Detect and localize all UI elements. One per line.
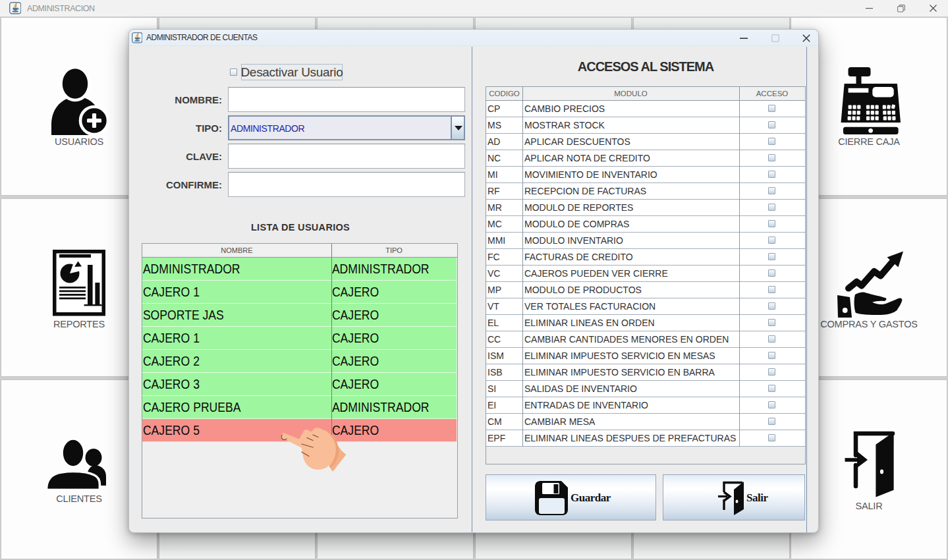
access-module-cell: MODULO INVENTARIO (524, 233, 623, 248)
access-checkbox[interactable] (768, 434, 775, 441)
main-titlebar: ADMINISTRACION (0, 0, 948, 16)
users-table-row[interactable]: CAJERO 1CAJERO (142, 327, 457, 350)
access-module-cell: ELIMINAR LINEAS DESPUES DE PREFACTURAS (524, 430, 736, 446)
access-checkbox[interactable] (768, 138, 775, 145)
access-code-cell: SI (488, 381, 496, 397)
access-checkbox[interactable] (768, 237, 775, 244)
access-checkbox[interactable] (768, 319, 775, 326)
column-separator (522, 298, 523, 315)
dialog-titlebar: ADMINISTRADOR DE CUENTAS (129, 30, 818, 46)
confirme-label: CONFIRME: (130, 179, 222, 190)
dialog-minimize-button[interactable] (731, 30, 757, 46)
access-module-cell: RECEPCION DE FACTURAS (524, 183, 646, 199)
access-checkbox[interactable] (768, 154, 775, 161)
access-code-cell: CC (488, 331, 501, 347)
users-table-row[interactable]: CAJERO 2CAJERO (142, 350, 457, 373)
column-separator (739, 282, 740, 298)
column-separator (739, 397, 740, 414)
access-checkbox[interactable] (768, 105, 775, 112)
user-nombre-cell: CAJERO 1 (142, 327, 309, 350)
users-table-row[interactable]: CAJERO 1CAJERO (142, 281, 457, 304)
access-module-cell: APLICAR NOTA DE CREDITO (524, 150, 650, 166)
main-minimize-button[interactable] (854, 0, 884, 16)
salir-button[interactable]: Salir (663, 474, 805, 520)
clave-input[interactable] (228, 144, 465, 169)
tipo-combobox[interactable]: ADMINISTRADOR (228, 115, 465, 140)
compras-gastos-icon (837, 248, 903, 318)
users-table-row[interactable]: CAJERO 3CAJERO (142, 373, 457, 396)
combobox-dropdown-arrow[interactable] (451, 117, 464, 139)
access-checkbox[interactable] (768, 269, 775, 277)
access-code-cell: CM (488, 414, 502, 430)
user-tipo-cell: CAJERO (331, 350, 441, 373)
access-checkbox[interactable] (768, 171, 775, 178)
column-separator (522, 364, 523, 381)
users-header-tipo: TIPO (331, 244, 457, 257)
column-separator (522, 233, 523, 249)
column-separator (522, 150, 523, 167)
access-checkbox[interactable] (768, 418, 775, 425)
access-checkbox[interactable] (768, 352, 775, 359)
desactivar-usuario-checkbox[interactable] (230, 69, 237, 76)
column-separator (739, 298, 740, 315)
column-separator (522, 266, 523, 282)
java-app-icon (9, 2, 22, 14)
dialog-maximize-button[interactable] (762, 30, 789, 46)
access-header-modulo: MODULO (522, 87, 739, 100)
access-checkbox[interactable] (768, 220, 775, 227)
access-table-row: MPMODULO DE PRODUCTOS (486, 282, 805, 298)
access-table-row: VCCAJEROS PUEDEN VER CIERRE (486, 266, 805, 282)
access-table-row: MSMOSTRAR STOCK (486, 117, 805, 134)
access-checkbox[interactable] (768, 187, 775, 194)
main-close-button[interactable] (918, 0, 948, 16)
access-checkbox[interactable] (768, 121, 775, 128)
nombre-input[interactable] (228, 87, 465, 112)
access-checkbox[interactable] (768, 401, 775, 408)
access-checkbox[interactable] (768, 302, 775, 310)
column-separator (522, 183, 523, 200)
user-tipo-cell: CAJERO (331, 281, 441, 304)
access-checkbox[interactable] (768, 368, 775, 376)
column-separator (739, 134, 740, 150)
user-tipo-cell: CAJERO (331, 327, 441, 350)
access-code-cell: VT (488, 298, 499, 314)
users-table-row[interactable]: CAJERO PRUEBAADMINISTRADOR (142, 396, 457, 419)
screen: ADMINISTRACION USUARIOS (0, 0, 948, 560)
user-nombre-cell: CAJERO 2 (142, 350, 309, 373)
column-separator (739, 216, 740, 233)
access-code-cell: EL (488, 315, 499, 331)
access-checkbox[interactable] (768, 204, 775, 211)
access-checkbox[interactable] (768, 335, 775, 343)
dialog-administrador-de-cuentas: ADMINISTRADOR DE CUENTAS Desactivar Usua… (128, 29, 819, 533)
salir-button-label: Salir (746, 491, 767, 505)
guardar-button-label: Guardar (571, 491, 611, 505)
dialog-close-button[interactable] (793, 30, 820, 46)
users-table-row[interactable]: ADMINISTRADORADMINISTRADOR (142, 258, 457, 281)
access-table-header: CODIGO MODULO ACCESO (486, 87, 805, 101)
clave-label: CLAVE: (130, 151, 222, 162)
access-table: CODIGO MODULO ACCESO CPCAMBIO PRECIOSMSM… (486, 86, 806, 464)
access-table-row: ADAPLICAR DESCUENTOS (486, 134, 805, 150)
access-module-cell: ELIMINAR LINEAS EN ORDEN (524, 315, 655, 331)
column-separator (739, 167, 740, 183)
reportes-icon (53, 250, 106, 316)
access-module-cell: ENTRADAS DE INVENTARIO (524, 397, 648, 413)
minimize-icon (740, 34, 748, 42)
access-checkbox[interactable] (768, 385, 775, 392)
access-header-acceso: ACCESO (739, 87, 805, 100)
user-nombre-cell: CAJERO 1 (142, 281, 309, 304)
users-table-row[interactable]: SOPORTE JASCAJERO (142, 304, 457, 327)
access-checkbox[interactable] (768, 286, 775, 293)
access-checkbox[interactable] (768, 253, 775, 260)
access-code-cell: EI (488, 397, 496, 413)
access-module-cell: MODULO DE PRODUCTOS (524, 282, 642, 298)
access-table-row: CMCAMBIAR MESA (486, 414, 805, 430)
main-restore-button[interactable] (886, 0, 916, 16)
access-code-cell: EPF (488, 430, 505, 446)
confirme-input[interactable] (228, 172, 465, 197)
desactivar-usuario-label[interactable]: Desactivar Usuario (241, 64, 343, 80)
column-separator (739, 414, 740, 430)
cierre-caja-icon (841, 67, 901, 134)
column-separator (522, 101, 523, 117)
guardar-button[interactable]: Guardar (486, 474, 656, 520)
